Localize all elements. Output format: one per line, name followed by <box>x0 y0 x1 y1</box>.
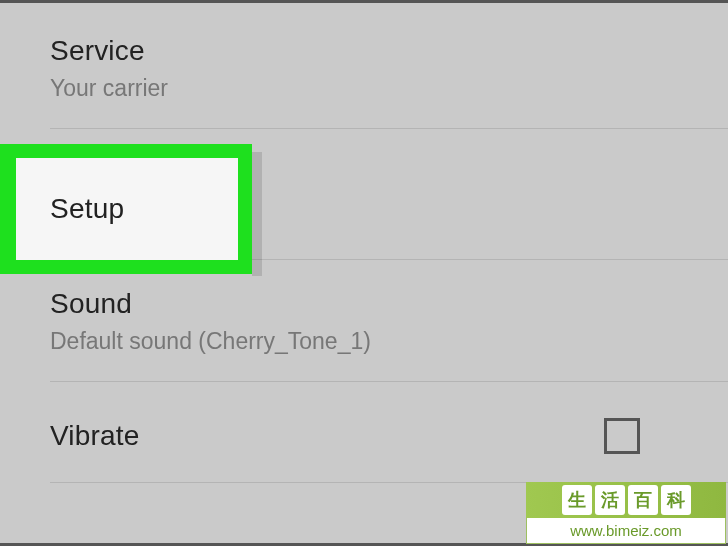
vibrate-checkbox[interactable] <box>604 418 640 454</box>
watermark-char: 生 <box>562 485 592 515</box>
setup-highlight-inner[interactable]: Setup <box>16 158 238 260</box>
setup-title: Setup <box>50 193 124 225</box>
sound-title: Sound <box>50 288 678 320</box>
setup-highlight: Setup <box>0 144 252 274</box>
setting-item-service[interactable]: Service Your carrier <box>0 3 728 128</box>
watermark-char: 科 <box>661 485 691 515</box>
sound-subtitle: Default sound (Cherry_Tone_1) <box>50 328 678 355</box>
vibrate-title: Vibrate <box>50 420 140 452</box>
watermark-logo: 生 活 百 科 <box>526 482 726 518</box>
service-subtitle: Your carrier <box>50 75 678 102</box>
setting-item-sound[interactable]: Sound Default sound (Cherry_Tone_1) <box>0 260 728 381</box>
service-title: Service <box>50 35 678 67</box>
watermark-char: 活 <box>595 485 625 515</box>
watermark-char: 百 <box>628 485 658 515</box>
highlight-shadow <box>252 152 262 276</box>
setting-item-vibrate[interactable]: Vibrate <box>0 382 728 482</box>
watermark: 生 活 百 科 www.bimeiz.com <box>526 482 726 544</box>
watermark-url: www.bimeiz.com <box>526 518 726 544</box>
